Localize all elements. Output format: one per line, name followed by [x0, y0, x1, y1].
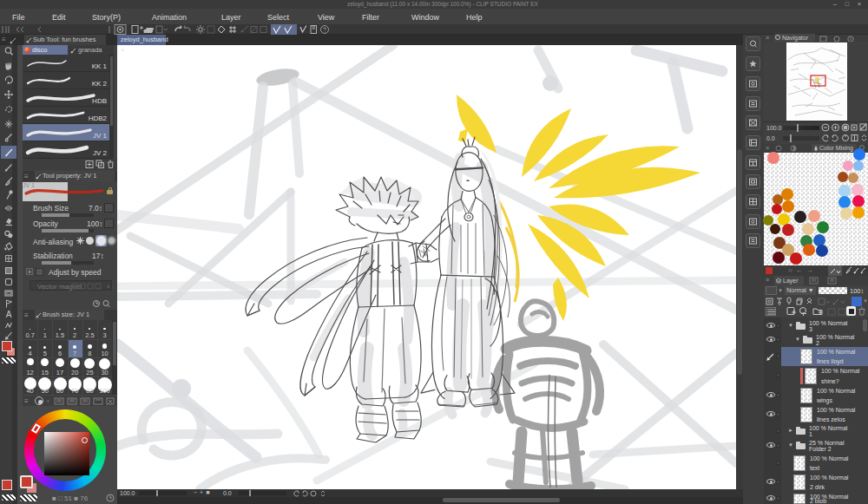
svg-text:A: A: [6, 310, 12, 319]
